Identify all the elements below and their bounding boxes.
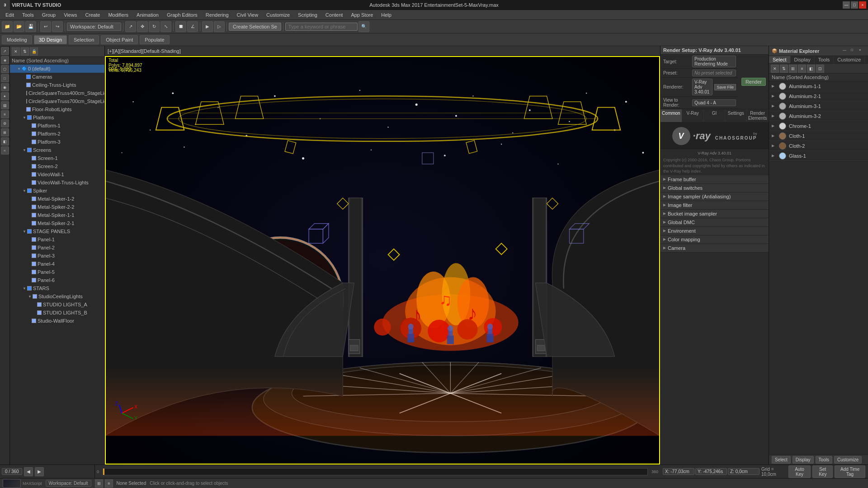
menu-item-app-store[interactable]: App Store <box>347 11 377 19</box>
tree-filter-btn[interactable]: ✕ <box>12 47 20 56</box>
mat-tool-5[interactable]: ◧ <box>807 65 815 73</box>
status-icon-1[interactable]: ⊞ <box>95 479 103 488</box>
section-bucket-image-sampler[interactable]: ▶Bucket image sampler <box>660 210 769 218</box>
preset-value[interactable]: No preset selected <box>692 70 736 76</box>
section-color-mapping[interactable]: ▶Color mapping <box>660 235 769 244</box>
render-button[interactable]: Render <box>741 78 766 86</box>
mat-item-6[interactable]: ▶ Cloth-2 <box>769 141 868 151</box>
tree-item-14[interactable]: ▶VideoWall-Truss-Lights <box>10 178 104 187</box>
menu-item-help[interactable]: Help <box>377 11 395 19</box>
toolbar-btn-rotate[interactable]: ↻ <box>149 21 160 32</box>
toolbar2-tab-0[interactable]: Modeling <box>2 35 32 44</box>
renderer-value[interactable]: V-Ray Adv 3.40.01 <box>692 79 712 95</box>
tree-item-3[interactable]: ▶CircleSquareTruss400cm_StageLights <box>10 89 104 97</box>
section-global-switches[interactable]: ▶Global switches <box>660 184 769 192</box>
section-environment[interactable]: ▶Environment <box>660 227 769 235</box>
section-image-sampler-(antialiasing)[interactable]: ▶Image sampler (Antialiasing) <box>660 192 769 201</box>
menu-item-edit[interactable]: Edit <box>2 11 18 19</box>
menu-item-animation[interactable]: Animation <box>133 11 162 19</box>
tree-item-29[interactable]: ▶STUDIO LIGHTS_A <box>10 300 104 309</box>
section-global-dmc[interactable]: ▶Global DMC <box>660 218 769 227</box>
icon-btn-6[interactable]: ▧ <box>1 101 9 109</box>
tree-item-23[interactable]: ▶Panel-3 <box>10 252 104 260</box>
menu-item-rendering[interactable]: Rendering <box>202 11 232 19</box>
mat-tool-2[interactable]: ⇅ <box>780 65 788 73</box>
icon-btn-5[interactable]: ✦ <box>1 92 9 100</box>
mat-item-0[interactable]: ▶ Aluminium-1-1 <box>769 81 868 91</box>
tree-item-25[interactable]: ▶Panel-5 <box>10 268 104 276</box>
timeline-track[interactable] <box>103 468 648 475</box>
menu-item-tools[interactable]: Tools <box>19 11 38 19</box>
render-tab-v-ray[interactable]: V-Ray <box>682 109 704 122</box>
tree-sort-btn[interactable]: ⇅ <box>21 47 29 56</box>
toolbar-btn-undo[interactable]: ↩ <box>40 21 51 32</box>
icon-btn-10[interactable]: ◧ <box>1 137 9 145</box>
tree-item-28[interactable]: ▼StudioCeelingLights <box>10 292 104 300</box>
tree-item-30[interactable]: ▶STUDIO LIGHTS_B <box>10 309 104 317</box>
mat-tab-display[interactable]: Display <box>791 56 815 63</box>
tree-item-6[interactable]: ▼Platforms <box>10 113 104 122</box>
toolbar-btn-redo[interactable]: ↪ <box>52 21 63 32</box>
minimize-button[interactable]: — <box>843 1 850 9</box>
tree-item-5[interactable]: ▶Floor-RobotLights <box>10 105 104 113</box>
toolbar2-tab-1[interactable]: 3D Design <box>34 35 67 44</box>
icon-btn-3[interactable]: □ <box>1 74 9 82</box>
toolbar2-tab-4[interactable]: Populate <box>140 35 169 44</box>
tree-item-8[interactable]: ▶Platform-2 <box>10 130 104 138</box>
tree-item-9[interactable]: ▶Platform-3 <box>10 138 104 146</box>
tree-item-11[interactable]: ▶Screen-1 <box>10 154 104 162</box>
z-coord[interactable]: Z: 0,0cm <box>728 468 760 475</box>
mat-item-7[interactable]: ▶ Glass-1 <box>769 151 868 161</box>
tree-item-17[interactable]: ▶Metal-Spiker-2-2 <box>10 203 104 211</box>
create-selection-button[interactable]: Create Selection Se <box>229 23 281 31</box>
menu-item-civil-view[interactable]: Civil View <box>233 11 262 19</box>
render-tab-gi[interactable]: GI <box>704 109 726 122</box>
save-file-btn[interactable]: Save File <box>714 84 736 90</box>
mat-item-3[interactable]: ▶ Aluminium-3-2 <box>769 111 868 121</box>
tree-item-19[interactable]: ▶Metal-Spiker-2-1 <box>10 219 104 227</box>
x-coord[interactable]: X: -77,03cm <box>663 468 694 475</box>
search-input[interactable] <box>285 23 358 31</box>
tree-item-10[interactable]: ▼Screens <box>10 146 104 154</box>
view-to-render-value[interactable]: Quad 4 - A <box>692 99 736 106</box>
icon-btn-9[interactable]: ⊞ <box>1 128 9 136</box>
toolbar2-tab-2[interactable]: Selection <box>69 35 99 44</box>
add-time-tag-btn[interactable]: Add Time Tag <box>835 465 865 478</box>
menu-item-graph-editors[interactable]: Graph Editors <box>163 11 201 19</box>
toolbar-btn-scale[interactable]: ⤡ <box>160 21 171 32</box>
timeline-prev-btn[interactable]: ◀ <box>24 467 33 476</box>
icon-btn-8[interactable]: ⚙ <box>1 119 9 127</box>
tree-item-2[interactable]: ▶Ceiling-Truss-Lights <box>10 81 104 89</box>
mat-tool-3[interactable]: ⊞ <box>789 65 797 73</box>
icon-btn-11[interactable]: ≈ <box>1 146 9 155</box>
tree-item-20[interactable]: ▼STAGE PANELS <box>10 227 104 235</box>
tree-item-12[interactable]: ▶Screen-2 <box>10 162 104 170</box>
scene-tree[interactable]: ▼🔷0 (default)▶Cameras▶Ceiling-Truss-Ligh… <box>10 65 104 465</box>
mat-bottom-btn-display[interactable]: Display <box>793 456 814 464</box>
toolbar-btn-open[interactable]: 📂 <box>14 21 24 32</box>
menu-item-create[interactable]: Create <box>81 11 104 19</box>
section-frame-buffer[interactable]: ▶Frame buffer <box>660 175 769 184</box>
render-tab-common[interactable]: Common <box>660 109 682 122</box>
mat-list[interactable]: ▶ Aluminium-1-1 ▶ Aluminium-2-1 ▶ Alumin… <box>769 81 868 455</box>
tree-item-4[interactable]: ▶CircleSquareTruss700cm_StageLights <box>10 97 104 105</box>
tree-item-18[interactable]: ▶Metal-Spiker-1-1 <box>10 211 104 219</box>
mat-tab-customize[interactable]: Customize <box>834 56 865 63</box>
tree-item-27[interactable]: ▼STARS <box>10 284 104 292</box>
close-button[interactable]: × <box>859 1 866 9</box>
menu-item-group[interactable]: Group <box>38 11 60 19</box>
timeline-play-btn[interactable]: ▶ <box>35 467 44 476</box>
tree-item-13[interactable]: ▶VideoWall-1 <box>10 170 104 178</box>
section-camera[interactable]: ▶Camera <box>660 244 769 253</box>
tree-lock-btn[interactable]: 🔒 <box>30 47 38 56</box>
tree-item-7[interactable]: ▶Platform-1 <box>10 122 104 130</box>
menu-item-views[interactable]: Views <box>60 11 80 19</box>
render-tab-settings[interactable]: Settings <box>725 109 747 122</box>
mat-minimize-btn[interactable]: — <box>843 48 849 54</box>
menu-item-content[interactable]: Content <box>322 11 347 19</box>
toolbar-btn-select[interactable]: ↗ <box>125 21 136 32</box>
mat-tab-tools[interactable]: Tools <box>815 56 834 63</box>
icon-btn-2[interactable]: ⬡ <box>1 65 9 73</box>
target-value[interactable]: Production Rendering Mode <box>692 56 736 67</box>
mat-item-1[interactable]: ▶ Aluminium-2-1 <box>769 91 868 101</box>
